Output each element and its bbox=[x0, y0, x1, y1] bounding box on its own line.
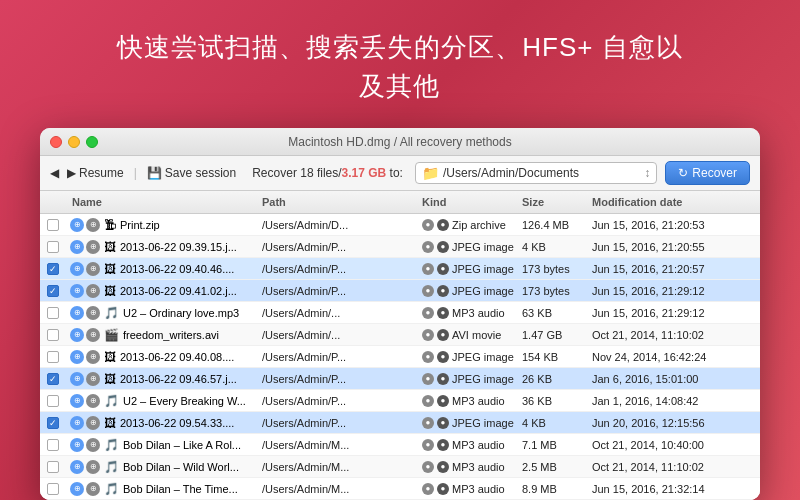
kind-text: MP3 audio bbox=[452, 307, 505, 319]
kind-icon-1: ● bbox=[422, 329, 434, 341]
link-icon-gray: ⊕ bbox=[86, 218, 100, 232]
recover-button[interactable]: ↻ Recover bbox=[665, 161, 750, 185]
traffic-lights bbox=[50, 136, 98, 148]
file-name-text: 2013-06-22 09.39.15.j... bbox=[120, 241, 237, 253]
kind-icon-1: ● bbox=[422, 285, 434, 297]
header-date[interactable]: Modification date bbox=[586, 194, 760, 210]
link-icons: ⊕⊕ bbox=[70, 460, 100, 474]
file-date-cell: Jan 1, 2016, 14:08:42 bbox=[586, 393, 760, 409]
header-check bbox=[40, 194, 66, 210]
folder-icon: 📁 bbox=[422, 165, 439, 181]
minimize-button[interactable] bbox=[68, 136, 80, 148]
kind-icon-1: ● bbox=[422, 241, 434, 253]
table-row[interactable]: ⊕⊕🎵Bob Dilan – Wild Worl.../Users/Admin/… bbox=[40, 456, 760, 478]
header-size[interactable]: Size bbox=[516, 194, 586, 210]
row-checkbox[interactable] bbox=[40, 393, 66, 409]
back-icon: ◀ bbox=[50, 166, 59, 180]
file-type-icon: 🖼 bbox=[104, 372, 116, 386]
row-checkbox[interactable]: ✓ bbox=[40, 283, 66, 299]
table-row[interactable]: ⊕⊕🖼2013-06-22 09.40.08..../Users/Admin/P… bbox=[40, 346, 760, 368]
link-icons: ⊕⊕ bbox=[70, 372, 100, 386]
table-row[interactable]: ⊕⊕🖼2013-06-22 09.39.15.j.../Users/Admin/… bbox=[40, 236, 760, 258]
file-date-cell: Oct 21, 2014, 11:10:02 bbox=[586, 459, 760, 475]
row-checkbox[interactable] bbox=[40, 217, 66, 233]
file-size-cell: 2.5 MB bbox=[516, 459, 586, 475]
row-checkbox[interactable] bbox=[40, 437, 66, 453]
link-icon-blue: ⊕ bbox=[70, 482, 84, 496]
checkbox-indicator bbox=[47, 329, 59, 341]
save-session-button[interactable]: 💾 Save session bbox=[147, 166, 236, 180]
table-row[interactable]: ✓⊕⊕🖼2013-06-22 09.41.02.j.../Users/Admin… bbox=[40, 280, 760, 302]
file-kind-cell: ●●JPEG image bbox=[416, 261, 516, 277]
header-path[interactable]: Path bbox=[256, 194, 416, 210]
kind-text: MP3 audio bbox=[452, 461, 505, 473]
file-path-cell: /Users/Admin/P... bbox=[256, 261, 416, 277]
kind-icon-2: ● bbox=[437, 351, 449, 363]
checkbox-indicator: ✓ bbox=[47, 373, 59, 385]
row-checkbox[interactable]: ✓ bbox=[40, 261, 66, 277]
table-row[interactable]: ✓⊕⊕🖼2013-06-22 09.54.33..../Users/Admin/… bbox=[40, 412, 760, 434]
link-icons: ⊕⊕ bbox=[70, 350, 100, 364]
table-row[interactable]: ⊕⊕🗜Print.zip/Users/Admin/D...●●Zip archi… bbox=[40, 214, 760, 236]
file-date-cell: Nov 24, 2014, 16:42:24 bbox=[586, 349, 760, 365]
row-checkbox[interactable] bbox=[40, 239, 66, 255]
file-path-cell: /Users/Admin/M... bbox=[256, 459, 416, 475]
file-date-cell: Jan 6, 2016, 15:01:00 bbox=[586, 371, 760, 387]
back-button[interactable]: ◀ bbox=[50, 166, 59, 180]
header-name[interactable]: Name bbox=[66, 194, 256, 210]
file-path-cell: /Users/Admin/P... bbox=[256, 415, 416, 431]
file-path-cell: /Users/Admin/... bbox=[256, 305, 416, 321]
file-path-cell: /Users/Admin/P... bbox=[256, 371, 416, 387]
link-icon-gray: ⊕ bbox=[86, 372, 100, 386]
recover-btn-icon: ↻ bbox=[678, 166, 688, 180]
table-row[interactable]: ⊕⊕🎵Bob Dilan – The Time.../Users/Admin/M… bbox=[40, 478, 760, 500]
file-type-icon: 🖼 bbox=[104, 240, 116, 254]
file-kind-cell: ●●MP3 audio bbox=[416, 437, 516, 453]
file-kind-cell: ●●MP3 audio bbox=[416, 305, 516, 321]
file-name-cell: ⊕⊕🗜Print.zip bbox=[66, 216, 256, 234]
row-checkbox[interactable]: ✓ bbox=[40, 415, 66, 431]
file-name-cell: ⊕⊕🎵Bob Dilan – Like A Rol... bbox=[66, 436, 256, 454]
maximize-button[interactable] bbox=[86, 136, 98, 148]
link-icon-blue: ⊕ bbox=[70, 460, 84, 474]
file-kind-cell: ●●MP3 audio bbox=[416, 481, 516, 497]
table-row[interactable]: ✓⊕⊕🖼2013-06-22 09.46.57.j.../Users/Admin… bbox=[40, 368, 760, 390]
file-date-cell: Jun 15, 2016, 21:29:12 bbox=[586, 283, 760, 299]
link-icon-gray: ⊕ bbox=[86, 240, 100, 254]
chevron-down-icon: ↕ bbox=[644, 166, 650, 180]
kind-icon-2: ● bbox=[437, 285, 449, 297]
close-button[interactable] bbox=[50, 136, 62, 148]
row-checkbox[interactable] bbox=[40, 481, 66, 497]
file-type-icon: 🎵 bbox=[104, 306, 119, 320]
file-size-cell: 1.47 GB bbox=[516, 327, 586, 343]
table-row[interactable]: ⊕⊕🎵Bob Dilan – Like A Rol.../Users/Admin… bbox=[40, 434, 760, 456]
kind-icon-1: ● bbox=[422, 351, 434, 363]
row-checkbox[interactable]: ✓ bbox=[40, 371, 66, 387]
kind-icon-1: ● bbox=[422, 417, 434, 429]
link-icon-blue: ⊕ bbox=[70, 350, 84, 364]
file-path-cell: /Users/Admin/P... bbox=[256, 239, 416, 255]
file-name-text: 2013-06-22 09.54.33.... bbox=[120, 417, 234, 429]
row-checkbox[interactable] bbox=[40, 327, 66, 343]
header-kind[interactable]: Kind bbox=[416, 194, 516, 210]
table-row[interactable]: ✓⊕⊕🖼2013-06-22 09.40.46..../Users/Admin/… bbox=[40, 258, 760, 280]
link-icons: ⊕⊕ bbox=[70, 394, 100, 408]
row-checkbox[interactable] bbox=[40, 459, 66, 475]
link-icons: ⊕⊕ bbox=[70, 284, 100, 298]
file-date-cell: Jun 15, 2016, 21:20:55 bbox=[586, 239, 760, 255]
table-row[interactable]: ⊕⊕🎬freedom_writers.avi/Users/Admin/...●●… bbox=[40, 324, 760, 346]
row-checkbox[interactable] bbox=[40, 349, 66, 365]
kind-text: JPEG image bbox=[452, 241, 514, 253]
table-row[interactable]: ⊕⊕🎵U2 – Ordinary love.mp3/Users/Admin/..… bbox=[40, 302, 760, 324]
checkbox-indicator: ✓ bbox=[47, 285, 59, 297]
kind-icon-1: ● bbox=[422, 483, 434, 495]
file-name-text: U2 – Every Breaking W... bbox=[123, 395, 246, 407]
file-name-text: Bob Dilan – Like A Rol... bbox=[123, 439, 241, 451]
file-path-cell: /Users/Admin/P... bbox=[256, 349, 416, 365]
path-selector[interactable]: 📁 /Users/Admin/Documents ↕ bbox=[415, 162, 657, 184]
file-name-cell: ⊕⊕🖼2013-06-22 09.41.02.j... bbox=[66, 282, 256, 300]
resume-button[interactable]: ▶ Resume bbox=[67, 166, 124, 180]
file-size-cell: 7.1 MB bbox=[516, 437, 586, 453]
row-checkbox[interactable] bbox=[40, 305, 66, 321]
table-row[interactable]: ⊕⊕🎵U2 – Every Breaking W.../Users/Admin/… bbox=[40, 390, 760, 412]
